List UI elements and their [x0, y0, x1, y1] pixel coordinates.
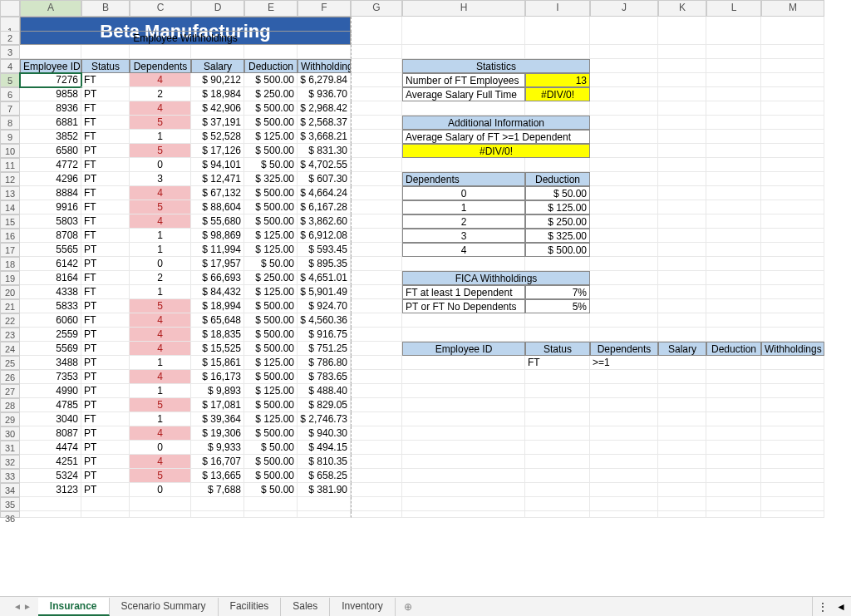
row-header[interactable]: 19	[0, 271, 20, 285]
cell-employee-id[interactable]: 2559	[20, 328, 81, 342]
dep-row-dep[interactable]: 0	[402, 186, 525, 200]
cell-employee-id[interactable]: 8708	[20, 229, 81, 243]
col-header-G[interactable]: G	[351, 0, 402, 17]
row-header[interactable]: 5	[0, 73, 20, 87]
col-header-H[interactable]: H	[402, 0, 525, 17]
table-header[interactable]: Deduction	[244, 59, 298, 73]
cell-employee-id[interactable]: 5569	[20, 342, 81, 356]
table-header[interactable]: Dependents	[130, 59, 191, 73]
cell-employee-id[interactable]: 9916	[20, 200, 81, 214]
cell-employee-id[interactable]: 5565	[20, 243, 81, 257]
crit-header[interactable]: Deduction	[706, 342, 761, 356]
cell-employee-id[interactable]: 4772	[20, 158, 81, 172]
row-header[interactable]: 32	[0, 455, 20, 469]
cell-employee-id[interactable]: 3040	[20, 412, 81, 426]
cell-employee-id[interactable]: 8936	[20, 101, 81, 116]
stat-value-avg-ft[interactable]: #DIV/0!	[525, 87, 590, 101]
cell-employee-id[interactable]: 5833	[20, 299, 81, 313]
row-header[interactable]: 15	[0, 214, 20, 229]
cell-employee-id[interactable]: 8884	[20, 186, 81, 200]
cell-employee-id[interactable]: 4785	[20, 398, 81, 412]
tab-prev-icon[interactable]: ◄	[13, 602, 22, 611]
cell-employee-id[interactable]: 3852	[20, 130, 81, 144]
row-header[interactable]: 11	[0, 158, 20, 172]
dep-row-dep[interactable]: 1	[402, 200, 525, 214]
stat-value-ft-count[interactable]: 13	[525, 73, 590, 87]
sheet-tab[interactable]: Facilities	[219, 598, 282, 616]
row-header[interactable]: 7	[0, 101, 20, 116]
row-header[interactable]: 35	[0, 497, 20, 511]
row-header[interactable]: 33	[0, 469, 20, 483]
row-header[interactable]: 29	[0, 412, 20, 426]
row-header[interactable]: 26	[0, 370, 20, 384]
row-header[interactable]: 31	[0, 441, 20, 455]
dep-row-ded[interactable]: $ 500.00	[525, 243, 590, 257]
sheet-tab[interactable]: Inventory	[330, 598, 395, 616]
dep-row-ded[interactable]: $ 125.00	[525, 200, 590, 214]
cell-employee-id[interactable]: 6580	[20, 144, 81, 158]
scroll-buttons[interactable]: ⋮ ◄	[812, 597, 851, 616]
col-header-K[interactable]: K	[658, 0, 706, 17]
row-header[interactable]: 6	[0, 87, 20, 101]
col-header-F[interactable]: F	[298, 0, 351, 17]
row-header[interactable]: 17	[0, 243, 20, 257]
row-header[interactable]: 25	[0, 356, 20, 370]
row-header[interactable]: 24	[0, 342, 20, 356]
fica-row-value[interactable]: 5%	[525, 299, 590, 313]
row-header[interactable]: 10	[0, 144, 20, 158]
crit-dep[interactable]: >=1	[590, 356, 658, 370]
dep-row-ded[interactable]: $ 50.00	[525, 186, 590, 200]
cell-employee-id[interactable]: 5324	[20, 469, 81, 483]
row-header[interactable]: 2	[0, 31, 20, 45]
cell-grid[interactable]: 1Beta Manufacturing2Employee Withholding…	[0, 17, 851, 525]
table-header[interactable]: Employee ID	[20, 59, 81, 73]
cell-employee-id[interactable]: 7276	[20, 73, 81, 87]
cell-employee-id[interactable]: 3488	[20, 356, 81, 370]
cell-employee-id[interactable]: 6881	[20, 116, 81, 130]
row-header[interactable]: 3	[0, 45, 20, 59]
col-header-B[interactable]: B	[81, 0, 130, 17]
row-header[interactable]: 23	[0, 328, 20, 342]
fica-row-value[interactable]: 7%	[525, 285, 590, 299]
dep-row-dep[interactable]: 2	[402, 214, 525, 229]
crit-header[interactable]: Employee ID	[402, 342, 525, 356]
col-header-A[interactable]: A	[20, 0, 81, 17]
cell-employee-id[interactable]: 6060	[20, 313, 81, 328]
cell-employee-id[interactable]: 4990	[20, 384, 81, 398]
dep-row-ded[interactable]: $ 250.00	[525, 214, 590, 229]
add-sheet-button[interactable]: ⊕	[396, 599, 421, 615]
row-header[interactable]: 4	[0, 59, 20, 73]
col-header-J[interactable]: J	[590, 0, 658, 17]
row-header[interactable]: 22	[0, 313, 20, 328]
cell-employee-id[interactable]: 4251	[20, 455, 81, 469]
crit-header[interactable]: Salary	[658, 342, 706, 356]
table-header[interactable]: Withholding	[298, 59, 351, 73]
tab-next-icon[interactable]: ►	[23, 602, 32, 611]
row-header[interactable]: 34	[0, 483, 20, 497]
row-header[interactable]: 21	[0, 299, 20, 313]
sheet-tab[interactable]: Insurance	[38, 598, 110, 616]
dep-row-ded[interactable]: $ 325.00	[525, 229, 590, 243]
crit-header[interactable]: Status	[525, 342, 590, 356]
row-header[interactable]: 9	[0, 130, 20, 144]
row-header[interactable]: 20	[0, 285, 20, 299]
cell-employee-id[interactable]: 8087	[20, 426, 81, 441]
sheet-tab[interactable]: Sales	[281, 598, 330, 616]
col-header-I[interactable]: I	[525, 0, 590, 17]
col-header-L[interactable]: L	[706, 0, 761, 17]
col-header-D[interactable]: D	[191, 0, 244, 17]
table-header[interactable]: Salary	[191, 59, 244, 73]
row-header[interactable]: 12	[0, 172, 20, 186]
dep-row-dep[interactable]: 4	[402, 243, 525, 257]
sheet-tab[interactable]: Scenario Summary	[110, 598, 219, 616]
cell-employee-id[interactable]: 9858	[20, 87, 81, 101]
col-header-M[interactable]: M	[761, 0, 824, 17]
cell-employee-id[interactable]: 4338	[20, 285, 81, 299]
crit-header[interactable]: Dependents	[590, 342, 658, 356]
select-all-corner[interactable]	[0, 0, 20, 17]
cell-employee-id[interactable]: 3123	[20, 483, 81, 497]
row-header[interactable]: 28	[0, 398, 20, 412]
row-header[interactable]: 14	[0, 200, 20, 214]
dep-row-dep[interactable]: 3	[402, 229, 525, 243]
row-header[interactable]: 30	[0, 426, 20, 441]
